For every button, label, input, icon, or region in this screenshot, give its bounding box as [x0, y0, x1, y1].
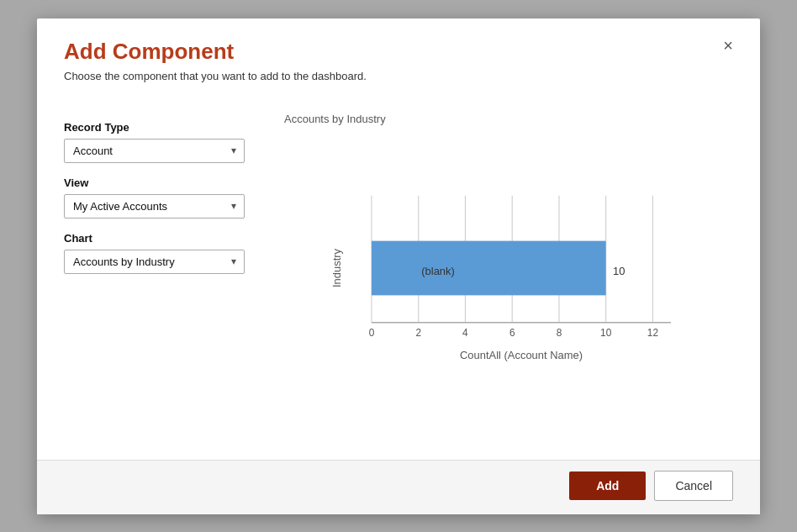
bar-rect: [372, 240, 606, 295]
view-field: View My Active Accounts All Accounts Rec…: [64, 176, 249, 219]
svg-text:Industry: Industry: [330, 248, 343, 287]
chart-title: Accounts by Industry: [276, 113, 733, 125]
svg-text:12: 12: [647, 326, 658, 338]
chart-select[interactable]: Accounts by Industry Accounts by Type Ac…: [64, 250, 245, 274]
record-type-label: Record Type: [64, 121, 249, 134]
svg-text:10: 10: [613, 264, 625, 277]
left-panel: Record Type Account Contact Lead Opportu…: [64, 113, 249, 446]
modal-footer: Add Cancel: [37, 460, 760, 514]
modal-body: Record Type Account Contact Lead Opportu…: [37, 96, 760, 460]
record-type-field: Record Type Account Contact Lead Opportu…: [64, 121, 249, 163]
modal-header: Add Component Choose the component that …: [37, 18, 760, 96]
right-panel: Accounts by Industry Industry 0 2: [276, 113, 733, 446]
modal-subtitle: Choose the component that you want to ad…: [64, 70, 733, 82]
chart-label: Chart: [64, 232, 249, 245]
modal-title: Add Component: [64, 39, 733, 65]
view-select[interactable]: My Active Accounts All Accounts Recently…: [64, 194, 245, 219]
svg-text:8: 8: [557, 326, 562, 338]
cancel-button[interactable]: Cancel: [654, 471, 733, 501]
chart-area: Industry 0 2 4 6: [276, 132, 733, 446]
svg-text:4: 4: [462, 326, 468, 338]
svg-text:CountAll (Account Name): CountAll (Account Name): [460, 348, 583, 361]
modal-dialog: Add Component Choose the component that …: [37, 18, 760, 514]
svg-text:2: 2: [415, 326, 421, 338]
close-button[interactable]: ×: [716, 34, 740, 57]
view-label: View: [64, 176, 249, 189]
add-button[interactable]: Add: [569, 471, 646, 500]
view-select-wrapper: My Active Accounts All Accounts Recently…: [64, 194, 245, 219]
modal-overlay: Add Component Choose the component that …: [0, 0, 797, 532]
chart-select-wrapper: Accounts by Industry Accounts by Type Ac…: [64, 250, 245, 274]
svg-text:(blank): (blank): [421, 264, 455, 277]
chart-field: Chart Accounts by Industry Accounts by T…: [64, 232, 249, 274]
svg-text:6: 6: [509, 326, 515, 338]
record-type-select[interactable]: Account Contact Lead Opportunity: [64, 139, 245, 163]
chart-svg: Industry 0 2 4 6: [326, 132, 716, 404]
record-type-select-wrapper: Account Contact Lead Opportunity: [64, 139, 245, 163]
svg-text:0: 0: [369, 326, 375, 338]
svg-text:10: 10: [600, 326, 612, 338]
